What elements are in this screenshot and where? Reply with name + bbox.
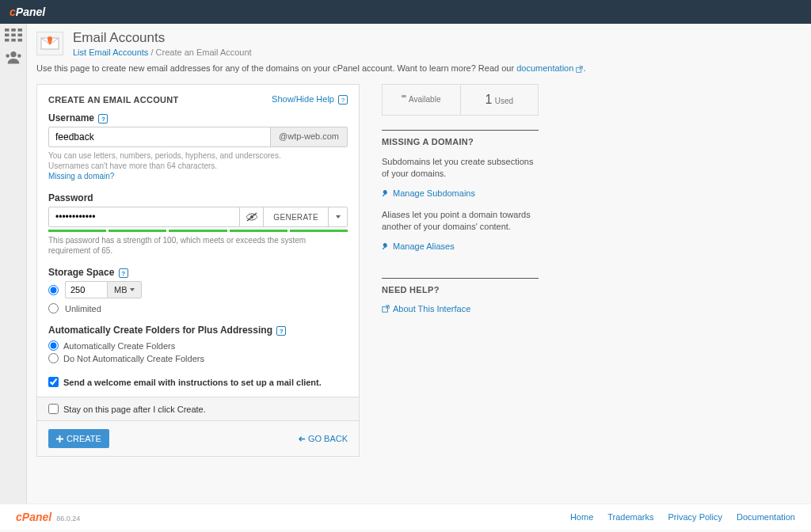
show-hide-help-link[interactable]: Show/Hide Help ? [272,94,348,104]
svg-rect-0 [5,28,10,32]
go-back-link[interactable]: GO BACK [299,434,348,443]
aliases-text: Aliases let you point a domain towards a… [382,209,539,234]
wrench-icon [382,189,390,197]
subdomains-text: Subdomains let you create subsections of… [382,156,539,180]
users-icon[interactable] [5,51,22,65]
main-content: Email Accounts List Email Accounts / Cre… [27,24,811,504]
create-email-panel: CREATE AN EMAIL ACCOUNT Show/Hide Help ?… [36,84,360,397]
password-input[interactable] [48,207,240,227]
footer: cPanel 86.0.24 Home Trademarks Privacy P… [0,504,811,530]
username-hint2: Usernames can't have more than 64 charac… [48,161,348,171]
missing-domain-link[interactable]: Missing a domain? [48,172,114,180]
chevron-down-icon [130,288,135,291]
logo-prefix: c [10,6,16,18]
plus-addressing-section: Automatically Create Folders for Plus Ad… [48,325,348,366]
page-title: Email Accounts [73,30,252,46]
used-stat: 1 Used [461,85,539,115]
info-icon[interactable]: ? [98,114,108,124]
create-button[interactable]: CREATE [48,429,109,448]
manage-aliases-link[interactable]: Manage Aliases [382,241,455,251]
breadcrumb-current: Create an Email Account [156,48,252,57]
arrow-left-icon [299,435,306,443]
username-label: Username ? [48,112,348,124]
svg-point-9 [10,51,16,57]
missing-domain-heading: MISSING A DOMAIN? [382,137,539,146]
password-strength-text: This password has a strength of 100, whi… [48,235,348,256]
plus-icon [56,435,63,443]
generate-password-button[interactable]: GENERATE [264,207,329,227]
svg-rect-8 [17,39,22,42]
page-header: Email Accounts List Email Accounts / Cre… [36,30,795,57]
unlimited-label: Unlimited [65,304,101,314]
svg-rect-7 [11,39,16,42]
svg-rect-2 [17,28,22,32]
external-link-icon [382,305,390,313]
welcome-email-checkbox[interactable] [48,377,59,387]
username-hint1: You can use letters, numbers, periods, h… [48,150,348,161]
wrench-icon [382,242,390,250]
topbar: cPanel [0,0,811,24]
breadcrumb: List Email Accounts / Create an Email Ac… [73,48,252,57]
info-icon[interactable]: ? [276,326,286,336]
storage-unit-button[interactable]: MB [108,281,142,298]
no-auto-create-folders-option[interactable]: Do Not Automatically Create Folders [48,353,204,363]
svg-rect-3 [5,33,10,36]
panel-footer: Stay on this page after I click Create. [36,397,360,421]
toggle-visibility-button[interactable] [240,207,264,227]
password-strength-meter [48,230,348,232]
storage-value-input[interactable] [65,281,108,298]
footer-privacy-link[interactable]: Privacy Policy [668,512,722,522]
storage-fixed-radio[interactable] [48,285,59,295]
version-text: 86.0.24 [56,515,80,522]
intro-text: Use this page to create new email addres… [36,63,795,73]
stats-box: ∞ Available 1 Used [382,84,539,116]
password-section: Password GENERATE This passwor [48,192,348,256]
info-icon[interactable]: ? [119,268,128,278]
auto-create-folders-option[interactable]: Automatically Create Folders [48,340,175,351]
storage-section: Storage Space ? MB Unlimited [48,267,348,314]
help-icon: ? [338,95,348,104]
domain-addon[interactable]: @wtp-web.com [271,127,348,147]
password-label: Password [48,192,348,203]
available-stat: ∞ Available [383,85,461,115]
footer-trademarks-link[interactable]: Trademarks [607,512,653,522]
svg-rect-1 [11,28,16,32]
panel-title: CREATE AN EMAIL ACCOUNT [48,95,179,104]
username-input[interactable] [48,127,271,147]
documentation-link[interactable]: documentation [516,63,583,73]
need-help-heading: NEED HELP? [382,285,539,294]
stay-on-page-row[interactable]: Stay on this page after I click Create. [48,404,348,414]
svg-point-13 [48,36,52,41]
svg-rect-6 [5,39,10,42]
about-interface-link[interactable]: About This Interface [382,304,470,314]
panel-actions: CREATE GO BACK [36,421,360,457]
svg-rect-5 [17,33,22,36]
footer-home-link[interactable]: Home [570,512,593,522]
welcome-email-row: Send a welcome email with instructions t… [48,377,348,387]
svg-point-10 [6,54,10,58]
generate-options-button[interactable] [329,207,348,227]
breadcrumb-link[interactable]: List Email Accounts [73,48,148,57]
storage-label: Storage Space ? [48,267,348,278]
left-nav [0,24,27,504]
logo: cPanel [10,6,45,18]
apps-grid-icon[interactable] [5,28,22,43]
footer-docs-link[interactable]: Documentation [737,512,795,522]
footer-logo: cPanel [16,511,51,523]
chevron-down-icon [336,215,341,218]
email-page-icon [36,32,63,55]
eye-slash-icon [246,212,258,222]
right-sidebar: ∞ Available 1 Used MISSING A DOMAIN? Sub… [382,84,539,457]
manage-subdomains-link[interactable]: Manage Subdomains [382,188,475,198]
username-section: Username ? @wtp-web.com You can use lett… [48,112,348,181]
stay-on-page-checkbox[interactable] [48,404,59,414]
svg-rect-4 [11,33,16,36]
svg-point-11 [17,54,21,58]
footer-links: Home Trademarks Privacy Policy Documenta… [570,512,795,522]
storage-unlimited-radio[interactable] [48,303,59,314]
plus-addressing-label: Automatically Create Folders for Plus Ad… [48,325,348,336]
